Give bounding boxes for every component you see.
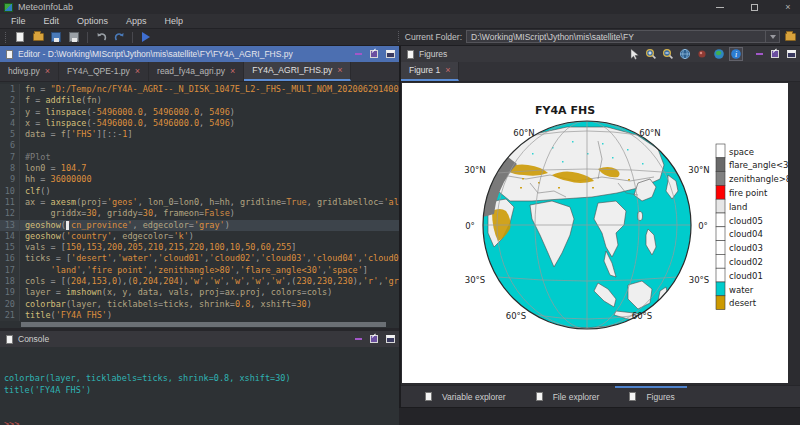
editor-minimize-button[interactable]: [353, 49, 363, 58]
figure-canvas-area[interactable]: FY4A FHS60°N30°N0°30°S60°S60°N30°N0°30°S…: [401, 82, 800, 385]
bottom-tab-variable-explorer[interactable]: Variable explorer: [411, 386, 518, 408]
line-number: 14: [0, 231, 20, 242]
figures-minimize-button[interactable]: [754, 50, 764, 59]
figure-tab-figure-1[interactable]: Figure 1×: [401, 61, 459, 81]
editor-tab-read_fy4a_agri.py[interactable]: read_fy4a_agri.py×: [149, 61, 244, 81]
window-restore-button[interactable]: [748, 2, 760, 12]
code-line-20[interactable]: 20colorbar(layer, ticklabels=ticks, shri…: [0, 299, 399, 310]
code-line-13[interactable]: 13geoshow('cn_province', edgecolor='gray…: [0, 220, 399, 231]
menu-item-edit[interactable]: Edit: [35, 15, 69, 27]
australia-landmass: [644, 325, 712, 379]
code-text: 'land','fire point','zenithangle>80','fl…: [20, 265, 399, 276]
new-file-button[interactable]: [13, 31, 27, 44]
code-line-14[interactable]: 14geoshow('country', edgecolor='k'): [0, 231, 399, 242]
current-folder-input[interactable]: D:\Working\MIScript\Jython\mis\satellite…: [466, 30, 766, 43]
console-header[interactable]: Console: [0, 331, 399, 347]
new-file-icon: [16, 32, 24, 42]
code-editor[interactable]: 1fn = "D:/Temp/nc/FY4A-_AGRI--_N_DISK_10…: [0, 82, 399, 321]
tab-label: FY4A_AGRI_FHS.py: [252, 65, 332, 75]
rotate-globe-tool-button[interactable]: [678, 47, 692, 61]
line-number: 5: [0, 129, 20, 140]
editor-tab-FY4A_AGRI_FHS.py[interactable]: FY4A_AGRI_FHS.py×: [244, 61, 351, 81]
undo-button[interactable]: [94, 31, 108, 44]
tab-close-icon[interactable]: ×: [445, 66, 450, 75]
editor-hscrollbar[interactable]: [0, 321, 399, 328]
zoom-in-tool-button[interactable]: [644, 47, 658, 61]
menu-item-apps[interactable]: Apps: [117, 15, 156, 27]
line-number: 16: [0, 253, 20, 264]
zoom-out-icon: [662, 48, 674, 60]
code-line-8[interactable]: 8lon0 = 104.7: [0, 163, 399, 174]
grid-label-right-3: 30°S: [689, 275, 709, 285]
menu-item-options[interactable]: Options: [68, 15, 117, 27]
zoom-out-tool-button[interactable]: [661, 47, 675, 61]
tab-close-icon[interactable]: ×: [135, 67, 140, 76]
console-detach-button[interactable]: [369, 334, 379, 343]
code-line-6[interactable]: 6: [0, 140, 399, 151]
window-close-button[interactable]: ×: [782, 2, 794, 12]
console-maximize-button[interactable]: [385, 334, 395, 343]
tab-label: Figures: [646, 392, 674, 402]
document-icon: [629, 392, 636, 401]
tab-close-icon[interactable]: ×: [45, 67, 50, 76]
window-minimize-button[interactable]: [714, 2, 726, 12]
earth-tool-button[interactable]: [712, 47, 726, 61]
open-file-button[interactable]: [31, 31, 45, 44]
code-line-16[interactable]: 16ticks = ['desert','water','cloud01','c…: [0, 253, 399, 264]
figures-header[interactable]: Figures: [401, 46, 800, 62]
menu-item-help[interactable]: Help: [156, 15, 193, 27]
tab-close-icon[interactable]: ×: [230, 67, 235, 76]
line-number: 1: [0, 84, 20, 95]
browse-folder-icon[interactable]: [785, 33, 796, 41]
console-output[interactable]: colorbar(layer, ticklabels=ticks, shrink…: [0, 347, 399, 425]
run-button[interactable]: [139, 31, 153, 44]
figures-title: Figures: [419, 49, 447, 59]
bottom-tab-figures[interactable]: Figures: [615, 386, 686, 408]
current-folder-dropdown[interactable]: [766, 30, 780, 43]
figures-detach-button[interactable]: [770, 50, 780, 59]
code-line-15[interactable]: 15vals = [150,153,200,205,210,215,220,10…: [0, 242, 399, 253]
code-line-7[interactable]: 7#Plot: [0, 152, 399, 163]
code-text: ax = axesm(proj='geos', lon_0=lon0, h=hh…: [20, 197, 399, 208]
code-line-9[interactable]: 9hh = 36000000: [0, 174, 399, 185]
redo-button[interactable]: [112, 31, 126, 44]
identify-tool-button[interactable]: [695, 47, 709, 61]
legend-swatch-water: [716, 282, 725, 296]
editor-tab-hdivg.py[interactable]: hdivg.py×: [0, 61, 59, 81]
code-line-12[interactable]: 12 griddx=30, griddy=30, frameon=False): [0, 208, 399, 219]
code-line-2[interactable]: 2f = addfile(fn): [0, 95, 399, 106]
bottom-tab-file-explorer[interactable]: File explorer: [522, 386, 612, 408]
code-text: x = linspace(-5496000.0, 5496000.0, 5496…: [20, 118, 399, 129]
menu-item-file[interactable]: File: [2, 15, 35, 27]
code-line-4[interactable]: 4x = linspace(-5496000.0, 5496000.0, 549…: [0, 118, 399, 129]
editor-header[interactable]: Editor - D:\Working\MIScript\Jython\mis\…: [0, 46, 399, 62]
pointer-tool-button[interactable]: [627, 47, 641, 61]
current-folder-grip: [398, 31, 401, 42]
save-button[interactable]: [49, 31, 63, 44]
info-tool-button[interactable]: i: [729, 47, 743, 61]
code-text: #Plot: [20, 152, 399, 163]
code-line-5[interactable]: 5data = f['FHS'][::-1]: [0, 129, 399, 140]
code-line-10[interactable]: 10clf(): [0, 186, 399, 197]
code-line-17[interactable]: 17 'land','fire point','zenithangle>80',…: [0, 265, 399, 276]
tab-close-icon[interactable]: ×: [337, 66, 342, 75]
code-line-11[interactable]: 11ax = axesm(proj='geos', lon_0=lon0, h=…: [0, 197, 399, 208]
editor-maximize-button[interactable]: [385, 49, 395, 58]
legend-label-cloud05: cloud05: [729, 216, 763, 226]
code-line-21[interactable]: 21title('FY4A FHS'): [0, 310, 399, 321]
code-line-18[interactable]: 18cols = [(204,153,0),(0,204,204),'w','w…: [0, 276, 399, 287]
editor-tab-FY4A_QPE-1.py[interactable]: FY4A_QPE-1.py×: [59, 61, 149, 81]
code-line-1[interactable]: 1fn = "D:/Temp/nc/FY4A-_AGRI--_N_DISK_10…: [0, 84, 399, 95]
bottom-tab-bar: Variable explorerFile explorerFigures: [401, 385, 800, 407]
text-caret: [66, 221, 69, 230]
code-text: geoshow('cn_province', edgecolor='gray'): [20, 220, 399, 231]
figures-maximize-button[interactable]: [786, 50, 796, 59]
tab-label: read_fy4a_agri.py: [157, 66, 225, 76]
save-all-button[interactable]: [67, 31, 81, 44]
code-line-19[interactable]: 19layer = imshown(x, y, data, vals, proj…: [0, 287, 399, 298]
code-line-3[interactable]: 3y = linspace(-5496000.0, 5496000.0, 549…: [0, 107, 399, 118]
figure-tab-bar: Figure 1×: [401, 62, 800, 82]
code-text: lon0 = 104.7: [20, 163, 399, 174]
console-minimize-button[interactable]: [353, 334, 363, 343]
editor-detach-button[interactable]: [369, 49, 379, 58]
